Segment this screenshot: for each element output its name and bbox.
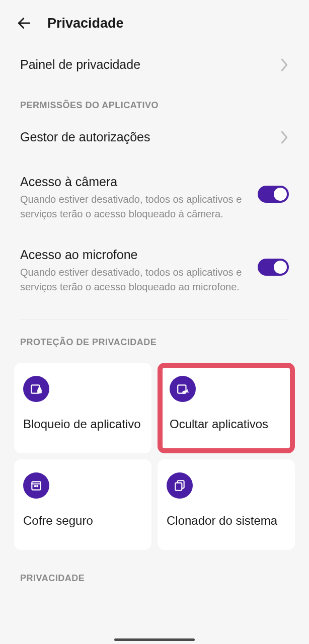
cloner-label: Clonador do sistema <box>167 513 286 529</box>
chevron-right-icon <box>280 58 289 72</box>
content: Painel de privacidade PERMISSÕES DO APLI… <box>0 42 309 357</box>
camera-access-row[interactable]: Acesso à câmera Quando estiver desativad… <box>20 159 289 226</box>
cloner-card[interactable]: Clonador do sistema <box>158 459 295 550</box>
safe-icon <box>23 472 49 499</box>
hide-apps-card[interactable]: Ocultar aplicativos <box>158 363 295 453</box>
camera-access-title: Acesso à câmera <box>20 175 248 189</box>
privacy-section-header: PRIVACIDADE <box>20 556 289 588</box>
protection-section-header: PROTEÇÃO DE PRIVACIDADE <box>20 320 289 357</box>
microphone-access-row[interactable]: Acesso ao microfone Quando estiver desat… <box>20 226 289 299</box>
hide-apps-label: Ocultar aplicativos <box>170 416 286 432</box>
app-lock-label: Bloqueio de aplicativo <box>23 416 142 432</box>
microphone-access-text: Acesso ao microfone Quando estiver desat… <box>20 248 248 294</box>
page-title: Privacidade <box>47 16 124 31</box>
svg-rect-10 <box>175 483 182 491</box>
safe-card[interactable]: Cofre seguro <box>14 459 151 550</box>
auth-manager-label: Gestor de autorizações <box>20 130 150 144</box>
svg-point-6 <box>35 486 36 487</box>
chevron-right-icon <box>280 130 289 144</box>
back-button[interactable] <box>15 14 33 32</box>
app-lock-card[interactable]: Bloqueio de aplicativo <box>14 363 151 453</box>
privacy-dashboard-row[interactable]: Painel de privacidade <box>20 42 289 87</box>
camera-toggle[interactable] <box>258 186 289 203</box>
privacy-dashboard-label: Painel de privacidade <box>20 57 140 72</box>
hide-apps-icon <box>170 376 196 402</box>
svg-rect-5 <box>32 481 40 490</box>
microphone-access-title: Acesso ao microfone <box>20 248 248 262</box>
svg-point-7 <box>37 486 38 487</box>
header: Privacidade <box>0 0 309 42</box>
camera-access-desc: Quando estiver desativado, todos os apli… <box>20 192 248 221</box>
camera-access-text: Acesso à câmera Quando estiver desativad… <box>20 175 248 221</box>
microphone-toggle[interactable] <box>258 259 289 276</box>
safe-label: Cofre seguro <box>23 513 142 529</box>
arrow-left-icon <box>16 15 32 31</box>
app-lock-icon <box>23 376 49 402</box>
svg-rect-2 <box>37 389 42 393</box>
home-indicator[interactable] <box>114 638 195 641</box>
auth-manager-row[interactable]: Gestor de autorizações <box>20 115 289 159</box>
protection-card-grid: Bloqueio de aplicativo Ocultar aplicativ… <box>14 357 295 556</box>
permissions-section-header: PERMISSÕES DO APLICATIVO <box>20 87 289 115</box>
microphone-access-desc: Quando estiver desativado, todos os apli… <box>20 265 248 294</box>
cloner-icon <box>167 472 193 499</box>
